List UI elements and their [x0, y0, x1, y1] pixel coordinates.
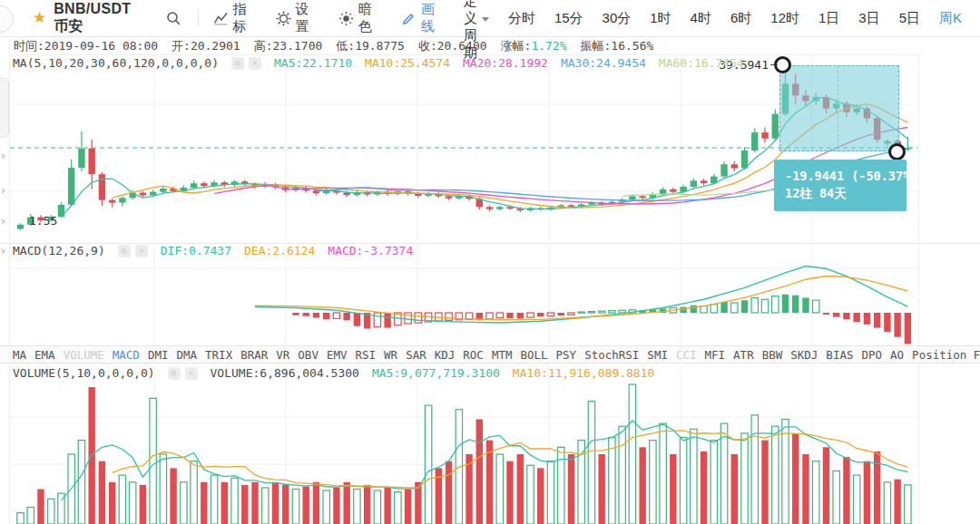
volume-legend: VOLUME(5,10,0,0,0,0) ⚙× VOLUME:6,896,004…: [13, 366, 654, 380]
indicator-button[interactable]: 指标: [213, 1, 252, 35]
custom-period-dropdown[interactable]: 自定义周期: [464, 0, 489, 62]
legend-gear-icon[interactable]: ⚙: [168, 367, 181, 380]
volume-values: VOLUME:6,896,004.5300MA5:9,077,719.3100M…: [211, 366, 655, 380]
legend-value: MACD:-3.7374: [328, 244, 413, 257]
ma-formula: MA(5,10,20,30,60,120,0,0,0,0): [13, 56, 219, 70]
drawer-handle[interactable]: [0, 78, 9, 138]
toolbar: ★ BNB/USDT 币安 指标 设置 暗色: [0, 0, 980, 37]
symbol-title: BNB/USDT 币安: [54, 1, 145, 36]
legend-value: DIF:0.7437: [161, 244, 231, 257]
tab-Position F[interactable]: Position F: [912, 348, 980, 362]
period-4时[interactable]: 4时: [691, 10, 711, 27]
tab-BOLL[interactable]: BOLL: [520, 348, 547, 362]
tab-RSI[interactable]: RSI: [356, 348, 377, 362]
search-icon[interactable]: [166, 11, 181, 26]
tab-ROC[interactable]: ROC: [463, 348, 484, 362]
legend-value: MA10:11,916,089.8810: [513, 366, 655, 380]
right-border: [918, 36, 919, 524]
sun-icon: [338, 11, 354, 26]
tab-EMV[interactable]: EMV: [327, 348, 348, 362]
chevron-right-icon[interactable]: ›: [1, 185, 5, 196]
tab-BIAS[interactable]: BIAS: [826, 348, 853, 362]
legend-gear-icon[interactable]: ⚙: [231, 57, 244, 70]
info-item: 开:20.2901: [172, 38, 240, 54]
tab-WR[interactable]: WR: [384, 348, 397, 362]
tab-VOLUME: VOLUME: [64, 348, 104, 362]
tab-DPO[interactable]: DPO: [861, 348, 882, 362]
period-15分[interactable]: 15分: [554, 10, 583, 27]
tab-PSY[interactable]: PSY: [556, 348, 577, 362]
tab-AO[interactable]: AO: [890, 348, 904, 362]
tab-EMA[interactable]: EMA: [34, 348, 55, 362]
dark-mode-button[interactable]: 暗色: [338, 1, 377, 35]
period-周K[interactable]: 周K: [939, 10, 962, 27]
chevron-right-icon[interactable]: ›: [1, 216, 5, 227]
floating-button[interactable]: [0, 5, 14, 33]
period-group: 自定义周期 分时15分30分1时4时6时12时1日3日5日周K: [464, 0, 980, 62]
legend-close-icon[interactable]: ×: [185, 367, 198, 380]
tab-StochRSI[interactable]: StochRSI: [584, 348, 639, 362]
chevron-right-icon[interactable]: ›: [1, 150, 5, 161]
tab-OBV[interactable]: OBV: [298, 348, 318, 362]
macd-legend: MACD(12,26,9) ⚙× DIF:0.7437DEA:2.6124MAC…: [13, 244, 413, 257]
chevron-right-icon[interactable]: ›: [1, 246, 5, 257]
tab-KDJ[interactable]: KDJ: [435, 348, 456, 362]
info-item: 高:23.1700: [254, 38, 323, 54]
tab-DMI[interactable]: DMI: [148, 348, 169, 362]
indicator-icon: [213, 11, 229, 25]
trading-app: ★ BNB/USDT 币安 指标 设置 暗色: [0, 0, 980, 524]
volume-formula: VOLUME(5,10,0,0,0,0): [13, 366, 155, 380]
tab-SMI[interactable]: SMI: [647, 348, 668, 362]
legend-close-icon[interactable]: ×: [135, 245, 148, 257]
tab-TRIX[interactable]: TRIX: [205, 348, 232, 362]
tab-MACD[interactable]: MACD: [113, 348, 140, 362]
info-item: 低:19.8775: [336, 38, 405, 54]
measure-handle-end[interactable]: [888, 143, 906, 160]
indicator-tabbar: MAEMAVOLUMEMACDDMIDMATRIXBRARVROBVEMVRSI…: [0, 345, 980, 364]
tab-VR[interactable]: VR: [276, 348, 289, 362]
legend-value: MA5:22.1710: [274, 56, 352, 70]
tab-BBW[interactable]: BBW: [762, 348, 783, 362]
favorite-star-icon[interactable]: ★: [33, 0, 46, 36]
chevron-down-icon: [482, 17, 489, 22]
period-1时[interactable]: 1时: [650, 10, 671, 27]
macd-values: DIF:0.7437DEA:2.6124MACD:-3.7374: [161, 244, 413, 257]
draw-line-button[interactable]: 画线: [401, 1, 440, 35]
period-分时[interactable]: 分时: [508, 10, 535, 27]
min-price-label: 1.55: [29, 214, 57, 228]
gear-icon: [276, 11, 291, 26]
info-item: 时间:2019-09-16 08:00: [14, 38, 158, 54]
period-12时[interactable]: 12时: [770, 10, 799, 27]
toolbar-divider: [198, 10, 199, 26]
measure-box[interactable]: [779, 65, 899, 151]
period-5日[interactable]: 5日: [899, 10, 920, 27]
tab-DMA[interactable]: DMA: [176, 348, 197, 362]
tab-MTM[interactable]: MTM: [492, 348, 513, 362]
measure-change: -19.9441 (-50.37%): [785, 168, 896, 185]
macd-formula: MACD(12,26,9): [13, 244, 105, 257]
period-3日[interactable]: 3日: [858, 10, 879, 27]
legend-close-icon[interactable]: ×: [249, 57, 261, 70]
pencil-icon: [401, 11, 416, 26]
legend-value: MA5:9,077,719.3100: [372, 366, 500, 380]
tab-SAR[interactable]: SAR: [406, 348, 426, 362]
measure-tooltip: -19.9441 (-50.37%) 12柱 84天: [774, 160, 906, 211]
period-30分[interactable]: 30分: [603, 10, 632, 27]
legend-value: MA10:25.4574: [365, 56, 450, 70]
settings-button[interactable]: 设置: [276, 1, 315, 35]
legend-gear-icon[interactable]: ⚙: [118, 245, 131, 257]
legend-value: DEA:2.6124: [244, 244, 315, 257]
tab-SKDJ[interactable]: SKDJ: [790, 348, 818, 362]
measure-span: 12柱 84天: [785, 185, 896, 202]
tab-MFI[interactable]: MFI: [705, 348, 726, 362]
tab-MA[interactable]: MA: [13, 348, 26, 362]
tab-BRAR[interactable]: BRAR: [240, 348, 268, 362]
left-border: [9, 36, 10, 524]
measure-mid-dash: [838, 66, 838, 150]
tab-ATR[interactable]: ATR: [733, 348, 754, 362]
tab-CCI: CCI: [676, 348, 697, 362]
period-1日[interactable]: 1日: [818, 10, 839, 27]
period-6时[interactable]: 6时: [730, 10, 751, 27]
legend-value: VOLUME:6,896,004.5300: [211, 366, 359, 380]
